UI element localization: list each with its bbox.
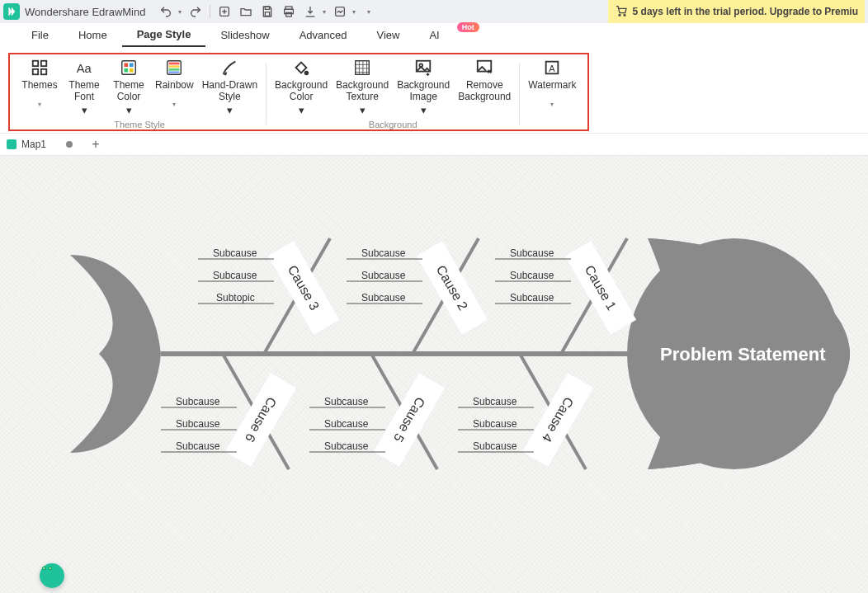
undo-button[interactable] [158, 4, 173, 19]
background-caption: Background [369, 120, 417, 129]
print-button[interactable] [281, 4, 296, 19]
hot-badge: Hot [457, 22, 479, 32]
watermark-button[interactable]: A Watermark ▾ [528, 58, 576, 102]
svg-rect-15 [125, 64, 129, 68]
svg-rect-12 [41, 69, 46, 74]
menu-ai[interactable]: AI Hot [414, 24, 464, 46]
themes-label: Themes [21, 79, 57, 91]
svg-rect-21 [169, 65, 180, 68]
fish-tail[interactable] [70, 255, 161, 453]
menu-file[interactable]: File [17, 24, 64, 46]
subcause[interactable]: Subcause [324, 396, 369, 407]
new-button[interactable] [217, 4, 232, 19]
svg-point-7 [619, 14, 620, 16]
export-button[interactable] [303, 4, 318, 19]
bg-color-label: Background Color [275, 79, 328, 102]
qat-customize-caret[interactable]: ▾ [367, 8, 370, 16]
image-icon [414, 58, 432, 78]
rainbow-icon [165, 58, 183, 78]
document-tabs: Map1 + [0, 133, 868, 156]
ribbon-separator-2 [519, 63, 520, 125]
trial-banner[interactable]: 5 days left in the trial period. Upgrade… [608, 0, 865, 23]
bone-cause-2[interactable]: Cause 2 Subcause Subcause Subcause [347, 238, 488, 354]
menu-home[interactable]: Home [64, 24, 122, 46]
subcause[interactable]: Subcause [361, 247, 406, 259]
subtopic[interactable]: Subtopic [216, 292, 255, 304]
app-title: Wondershare EdrawMind [25, 6, 145, 18]
doc-tab-label: Map1 [21, 139, 46, 150]
save-button[interactable] [260, 4, 275, 19]
subcause[interactable]: Subcause [324, 440, 369, 452]
menu-slideshow[interactable]: Slideshow [205, 24, 284, 46]
modified-indicator [66, 141, 73, 148]
menu-page-style[interactable]: Page Style [122, 23, 206, 47]
subcause[interactable]: Subcause [213, 247, 257, 259]
assistant-bubble[interactable] [40, 563, 64, 588]
ribbon-group-theme-style: Themes ▾ Aa Theme Font▾ Theme Color▾ Rai… [15, 58, 264, 129]
ribbon: Themes ▾ Aa Theme Font▾ Theme Color▾ Rai… [0, 48, 868, 133]
svg-text:Aa: Aa [77, 62, 92, 75]
app-logo [3, 3, 20, 20]
hand-drawn-button[interactable]: Hand-Drawn Style▾ [202, 58, 257, 116]
doc-tab-map1[interactable]: Map1 [7, 139, 73, 150]
remove-bg-button[interactable]: Remove Background [458, 58, 511, 102]
undo-dropdown-caret[interactable]: ▾ [178, 8, 182, 16]
subcause[interactable]: Subcause [324, 418, 369, 430]
subcause[interactable]: Subcause [473, 440, 517, 452]
menu-advanced[interactable]: Advanced [285, 24, 362, 46]
svg-rect-17 [125, 68, 129, 73]
subcause[interactable]: Subcause [361, 270, 406, 281]
subcause[interactable]: Subcause [213, 270, 257, 281]
themes-button[interactable]: Themes ▾ [21, 58, 58, 102]
add-tab-button[interactable]: + [89, 138, 102, 151]
bone-cause-6[interactable]: Cause 6 Subcause Subcause Subcause [161, 354, 296, 469]
rainbow-button[interactable]: Rainbow ▾ [155, 58, 194, 102]
svg-rect-9 [33, 61, 38, 66]
remove-image-icon [475, 58, 493, 78]
bg-color-button[interactable]: Background Color▾ [275, 58, 328, 116]
bone-cause-5[interactable]: Cause 5 Subcause Subcause Subcause [309, 354, 445, 469]
svg-rect-11 [33, 69, 38, 74]
subcause[interactable]: Subcause [473, 396, 517, 407]
svg-text:A: A [550, 64, 556, 73]
subcause[interactable]: Subcause [510, 270, 554, 281]
bg-texture-label: Background Texture [336, 79, 389, 102]
menu-view[interactable]: View [362, 24, 415, 46]
subcause[interactable]: Subcause [510, 292, 554, 304]
svg-rect-10 [41, 61, 46, 66]
redo-button[interactable] [188, 4, 203, 19]
open-button[interactable] [238, 4, 253, 19]
theme-style-caption: Theme Style [114, 120, 165, 129]
bg-texture-button[interactable]: Background Texture▾ [336, 58, 389, 116]
qat-separator [210, 5, 210, 18]
subcause[interactable]: Subcause [176, 440, 220, 452]
subcause[interactable]: Subcause [176, 418, 220, 430]
svg-rect-14 [122, 61, 136, 75]
subcause[interactable]: Subcause [473, 418, 517, 430]
svg-rect-22 [169, 68, 180, 71]
bone-cause-3[interactable]: Cause 3 Subcause Subcause Subtopic [198, 238, 339, 354]
options-dropdown-caret[interactable]: ▾ [352, 8, 356, 16]
paint-bucket-icon [292, 58, 310, 78]
subcause[interactable]: Subcause [510, 247, 554, 259]
bone-cause-1[interactable]: Cause 1 Subcause Subcause Subcause [495, 238, 636, 354]
bone-cause-4[interactable]: Cause 4 Subcause Subcause Subcause [458, 354, 593, 469]
theme-font-button[interactable]: Aa Theme Font▾ [66, 58, 102, 116]
subcause[interactable]: Subcause [176, 396, 220, 407]
canvas[interactable]: Problem Statement Cause 3 Subcause Subca… [0, 156, 868, 593]
svg-rect-1 [266, 7, 270, 9]
svg-rect-16 [130, 64, 134, 68]
theme-color-button[interactable]: Theme Color▾ [111, 58, 147, 116]
cart-icon [615, 4, 628, 20]
menu-ai-label: AI [429, 29, 439, 41]
bg-image-button[interactable]: Background Image▾ [397, 58, 450, 116]
svg-rect-20 [169, 63, 180, 65]
fishbone-diagram[interactable]: Problem Statement Cause 3 Subcause Subca… [0, 156, 868, 593]
export-dropdown-caret[interactable]: ▾ [323, 8, 326, 16]
problem-statement-text[interactable]: Problem Statement [660, 344, 826, 365]
subcause[interactable]: Subcause [361, 292, 406, 304]
remove-bg-label: Remove Background [458, 79, 511, 102]
svg-point-8 [624, 14, 625, 16]
svg-point-64 [50, 567, 51, 569]
options-button[interactable] [333, 4, 347, 19]
